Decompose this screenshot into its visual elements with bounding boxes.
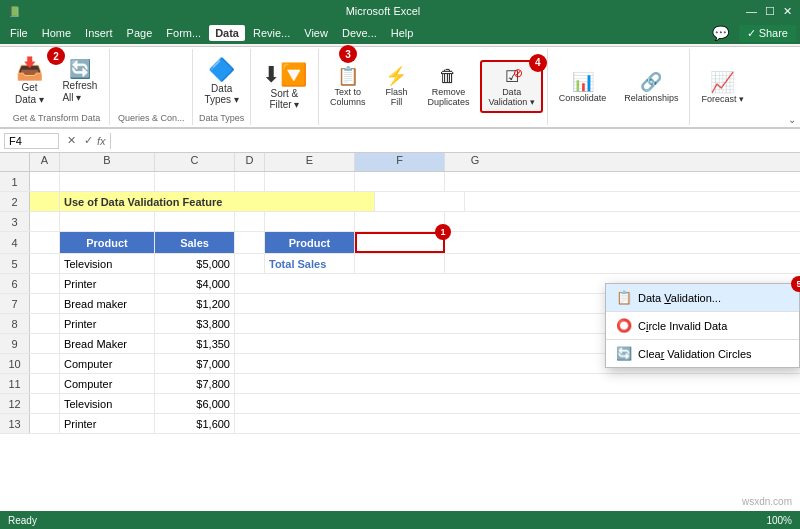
get-transform-group: 📥 GetData ▾ 2 🔄 RefreshAll ▾ Get & Trans… <box>4 49 110 125</box>
dropdown-circle-invalid[interactable]: ⭕ Circle Invalid Data <box>606 312 799 339</box>
menu-help[interactable]: Help <box>385 25 420 41</box>
badge-3: 3 <box>339 45 357 63</box>
cell-d5[interactable] <box>235 254 265 273</box>
menu-view[interactable]: View <box>298 25 334 41</box>
menu-insert[interactable]: Insert <box>79 25 119 41</box>
cell-b5[interactable]: Television <box>60 254 155 273</box>
row-header-2: 2 <box>0 192 30 211</box>
col-headers: A B C D E F G <box>0 153 800 172</box>
sort-filter-button[interactable]: ⬇🔽 Sort &Filter ▾ <box>255 57 314 115</box>
flash-fill-button[interactable]: ⚡ FlashFill <box>376 60 416 112</box>
title-bar: 📗 Microsoft Excel — ☐ ✕ <box>0 0 800 22</box>
cell-b6[interactable]: Printer <box>60 274 155 293</box>
col-header-d: D <box>235 153 265 171</box>
queries-group: Queries & Con... <box>110 49 194 125</box>
menu-formulas[interactable]: Form... <box>160 25 207 41</box>
cell-a10[interactable] <box>30 354 60 373</box>
badge-1: 1 <box>435 224 451 240</box>
menu-review[interactable]: Revie... <box>247 25 296 41</box>
cell-c12[interactable]: $6,000 <box>155 394 235 413</box>
row-header-8: 8 <box>0 314 30 333</box>
circle-icon: ⭕ <box>616 318 632 333</box>
col-header-a: A <box>30 153 60 171</box>
table-row: 4 Product Sales Product 1 <box>0 232 800 254</box>
table-row: 13 Printer $1,600 <box>0 414 800 434</box>
cell-a7[interactable] <box>30 294 60 313</box>
cell-a3[interactable] <box>30 212 60 231</box>
text-to-columns-button[interactable]: 📋 Text toColumns <box>323 60 373 112</box>
cell-d1[interactable] <box>235 172 265 191</box>
menu-page[interactable]: Page <box>121 25 159 41</box>
cell-c10[interactable]: $7,000 <box>155 354 235 373</box>
row-header-3: 3 <box>0 212 30 231</box>
cell-b12[interactable]: Television <box>60 394 155 413</box>
cell-e4-product[interactable]: Product <box>265 232 355 253</box>
cell-c13[interactable]: $1,600 <box>155 414 235 433</box>
cell-a11[interactable] <box>30 374 60 393</box>
cell-c5[interactable]: $5,000 <box>155 254 235 273</box>
badge-2: 2 <box>47 47 65 65</box>
cell-b10[interactable]: Computer <box>60 354 155 373</box>
cell-c6[interactable]: $4,000 <box>155 274 235 293</box>
cell-a13[interactable] <box>30 414 60 433</box>
cell-d3[interactable] <box>235 212 265 231</box>
data-types-label: Data Types <box>197 113 245 123</box>
ribbon-expand[interactable]: ⌄ <box>788 114 796 125</box>
menu-developer[interactable]: Deve... <box>336 25 383 41</box>
row-header-10: 10 <box>0 354 30 373</box>
cell-b1[interactable] <box>60 172 155 191</box>
cell-f5[interactable] <box>355 254 445 273</box>
cell-a12[interactable] <box>30 394 60 413</box>
cell-b7[interactable]: Bread maker <box>60 294 155 313</box>
cell-c9[interactable]: $1,350 <box>155 334 235 353</box>
cell-b4-product[interactable]: Product <box>60 232 155 253</box>
data-types-group: 🔷 DataTypes ▾ Data Types <box>193 49 250 125</box>
menu-file[interactable]: File <box>4 25 34 41</box>
cell-a6[interactable] <box>30 274 60 293</box>
cell-a1[interactable] <box>30 172 60 191</box>
dropdown-clear-circles[interactable]: 🔄 Clear Validation Circles <box>606 340 799 367</box>
cell-c4-sales[interactable]: Sales <box>155 232 235 253</box>
cell-b9[interactable]: Bread Maker <box>60 334 155 353</box>
remove-duplicates-button[interactable]: 🗑 RemoveDuplicates <box>420 61 476 112</box>
clear-label: Clear Validation Circles <box>638 348 752 360</box>
relationships-button[interactable]: 🔗 Relationships <box>617 66 685 108</box>
cell-a5[interactable] <box>30 254 60 273</box>
cell-b13[interactable]: Printer <box>60 414 155 433</box>
cell-b2[interactable]: Use of Data Validation Feature <box>60 192 375 211</box>
cell-a2[interactable] <box>30 192 60 211</box>
cell-c1[interactable] <box>155 172 235 191</box>
dropdown-data-validation[interactable]: 5 📋 Data Validation... <box>606 284 799 311</box>
cell-e1[interactable] <box>265 172 355 191</box>
cell-f3[interactable] <box>355 212 445 231</box>
badge-5: 5 <box>791 276 800 292</box>
table-row: 5 Television $5,000 Total Sales <box>0 254 800 274</box>
cell-a8[interactable] <box>30 314 60 333</box>
ribbon-content: 📥 GetData ▾ 2 🔄 RefreshAll ▾ Get & Trans… <box>0 47 800 129</box>
formula-input[interactable] <box>115 135 796 147</box>
consolidate-button[interactable]: 📊 Consolidate <box>552 66 614 108</box>
cell-b8[interactable]: Printer <box>60 314 155 333</box>
cell-f1[interactable] <box>355 172 445 191</box>
cell-b3[interactable] <box>60 212 155 231</box>
cell-a9[interactable] <box>30 334 60 353</box>
data-types-button[interactable]: 🔷 DataTypes ▾ <box>197 52 245 110</box>
row-header-12: 12 <box>0 394 30 413</box>
cell-a4[interactable] <box>30 232 60 253</box>
cell-ref-input[interactable] <box>4 133 59 149</box>
cell-c8[interactable]: $3,800 <box>155 314 235 333</box>
get-data-button[interactable]: 📥 GetData ▾ <box>8 51 51 111</box>
cell-e3[interactable] <box>265 212 355 231</box>
cell-b11[interactable]: Computer <box>60 374 155 393</box>
cell-d4[interactable] <box>235 232 265 253</box>
cell-f2[interactable] <box>375 192 465 211</box>
forecast-button[interactable]: 📈 Forecast ▾ <box>694 65 751 109</box>
cell-c3[interactable] <box>155 212 235 231</box>
consolidate-group: 📊 Consolidate 🔗 Relationships <box>548 49 691 125</box>
cell-e5-total[interactable]: Total Sales <box>265 254 355 273</box>
cell-f4-selected[interactable]: 1 <box>355 232 445 253</box>
cell-c11[interactable]: $7,800 <box>155 374 235 393</box>
cell-c7[interactable]: $1,200 <box>155 294 235 313</box>
menu-data[interactable]: Data <box>209 25 245 41</box>
menu-home[interactable]: Home <box>36 25 77 41</box>
